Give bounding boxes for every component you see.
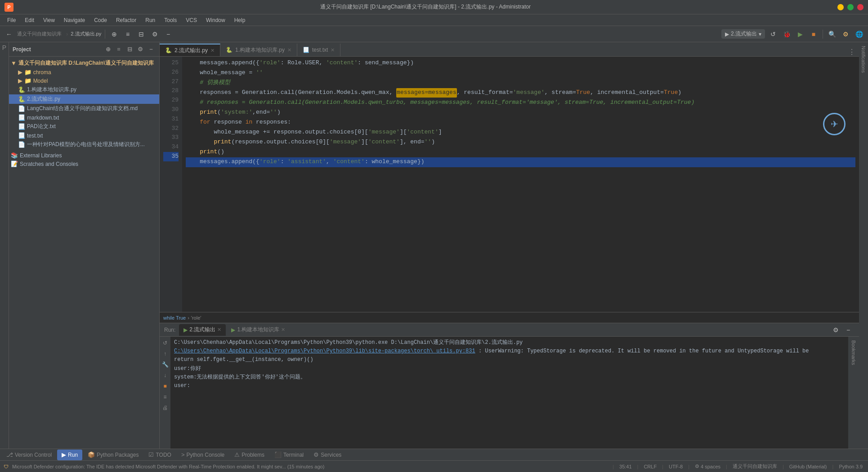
maximize-button[interactable] [847,4,854,10]
toolbar-add[interactable]: ⊕ [109,29,120,40]
run-restart[interactable]: ↺ [161,338,170,347]
menu-refactor[interactable]: Refactor [112,16,140,24]
tree-file5[interactable]: 📃 PAD论文.txt [9,122,159,131]
menu-run[interactable]: Run [142,16,159,24]
bottom-tab-problems[interactable]: ⚠ Problems [230,450,269,460]
indent-icon: ⚙ [695,463,699,469]
run-config[interactable]: ▶ 2.流式输出 ▾ [721,29,765,39]
run-print[interactable]: 🖨 [161,403,170,412]
floating-icon[interactable]: ✈ [823,113,846,135]
left-panel-icons: P [0,42,9,449]
tab-flowoutput[interactable]: 🐍 2.流式输出.py ✕ [160,44,220,56]
notifications-sidebar[interactable]: Notifications [859,42,868,449]
project-minimize[interactable]: − [147,45,156,54]
external-label: External Libraries [20,152,62,159]
menu-navigate[interactable]: Navigate [60,16,89,24]
bottom-tab-console[interactable]: > Python Console [177,450,229,460]
tree-scratches[interactable]: 📝 Scratches and Consoles [9,160,159,168]
toolbar-extra[interactable]: 🌐 [854,29,864,40]
toolbar-gear[interactable]: ⚙ [840,29,851,40]
status-lineending[interactable]: CRLF [642,464,658,469]
tabs-menu[interactable]: ⋮ [845,48,859,56]
tab2-close[interactable]: ✕ [287,47,291,53]
run-stop[interactable]: ■ [161,382,170,391]
run-settings[interactable]: ⚙ [830,325,841,335]
breadcrumb-file[interactable]: 2.流式输出.py [71,31,101,37]
project-settings[interactable]: ⚙ [136,45,145,54]
tab-test[interactable]: 📃 test.txt ✕ [297,44,340,56]
toolbar-stop[interactable]: ■ [808,29,819,40]
bottom-tab-vcs[interactable]: ⎇ Version Control [2,450,56,460]
run-tab-buildknowledge[interactable]: ▶ 1.构建本地知识库 ✕ [227,324,290,336]
bottom-tab-packages[interactable]: 📦 Python Packages [83,450,143,460]
menu-window[interactable]: Window [202,16,229,24]
code-line-34: print() [186,147,855,157]
toolbar-search[interactable]: 🔍 [827,29,837,40]
app-logo: P [4,3,13,12]
run-tab1-close[interactable]: ✕ [217,327,221,333]
run-down[interactable]: ↓ [161,371,170,380]
toolbar-close[interactable]: − [163,29,174,40]
project-icon[interactable]: P [2,44,6,51]
run-list[interactable]: ≡ [161,392,170,401]
tree-file2[interactable]: 🐍 2.流式输出.py [9,94,159,104]
bottom-tab-terminal[interactable]: ⬛ Terminal [270,450,308,460]
tree-model[interactable]: ▶ 📁 Model [9,76,159,85]
bottom-tab-todo[interactable]: ☑ TODO [144,450,175,460]
menu-code[interactable]: Code [90,16,111,24]
menu-edit[interactable]: Edit [21,16,38,24]
status-encoding[interactable]: UTF-8 [667,464,685,469]
tree-file3[interactable]: 📄 LangChain结合通义千问的自建知识库文档.md [9,104,159,113]
tree-external[interactable]: 📚 External Libraries [9,151,159,160]
toolbar-debug[interactable]: 🐞 [781,29,792,40]
menu-help[interactable]: Help [231,16,249,24]
tab3-close[interactable]: ✕ [331,47,335,53]
toolbar-refresh[interactable]: ↺ [768,29,779,40]
sep-status5: | [726,464,727,469]
menu-tools[interactable]: Tools [161,16,180,24]
line-numbers: 25 26 27 28 29 30 31 32 33 34 35 [160,57,182,312]
bottom-tab-services[interactable]: ⚙ Services [309,450,346,460]
tree-file7[interactable]: 📄 一种针对PAD模型的心电信号处理及情绪识别方... [9,140,159,149]
status-python[interactable]: Python 3.9 [837,464,864,469]
problems-label: Problems [242,452,264,458]
tab-buildknowledge[interactable]: 🐍 1.构建本地知识库.py ✕ [220,44,297,56]
toolbar-run-btn[interactable]: ▶ [795,29,805,40]
tree-file4[interactable]: 📃 markdown.txt [9,113,159,122]
tree-file1[interactable]: 🐍 1.构建本地知识库.py [9,85,159,94]
chroma-label: chroma [33,69,51,76]
run-tab2-close[interactable]: ✕ [281,327,285,333]
menu-view[interactable]: View [40,16,58,24]
tree-root[interactable]: ▼ 通义千问自建知识库 D:\LangChain\通义千问自建知识库 [9,58,159,68]
tab1-close[interactable]: ✕ [210,48,215,53]
project-expand[interactable]: ≡ [114,45,123,54]
sep-status3: | [662,464,663,469]
tree-chroma[interactable]: ▶ 📁 chroma [9,68,159,76]
run-wrench[interactable]: 🔧 [161,360,170,369]
run-tab-flowoutput[interactable]: ▶ 2.流式输出 ✕ [179,324,226,336]
toolbar-settings[interactable]: ⚙ [149,29,160,40]
toolbar-list[interactable]: ≡ [122,29,133,40]
tree-file6[interactable]: 📃 test.txt [9,131,159,140]
project-collapse[interactable]: ⊟ [125,45,134,54]
toolbar-back[interactable]: ← [4,29,14,40]
minimize-button[interactable] [837,4,844,10]
status-project[interactable]: 通义千问自建知识库 [731,463,779,470]
run-minimize[interactable]: − [843,325,854,335]
bottom-tab-run[interactable]: ▶ Run [57,450,82,460]
status-notification[interactable]: Microsoft Defender configuration: The ID… [12,464,609,469]
run-up[interactable]: ↑ [161,349,170,358]
status-branch[interactable]: GitHub (Material) [787,464,829,469]
status-position[interactable]: 35:41 [617,464,634,469]
doc-icon: 📄 [18,141,25,148]
breadcrumb-project[interactable]: 通义千问自建知识库 [17,31,62,37]
code-scroll[interactable]: messages.append({'role': Role.USER, 'con… [182,57,859,312]
menu-vcs[interactable]: VCS [182,16,201,24]
toolbar-split[interactable]: ⊟ [136,29,147,40]
run-link-1[interactable]: C:\Users\Chenhao\AppData\Local\Programs\… [174,348,475,354]
project-add[interactable]: ⊕ [103,45,112,54]
menu-file[interactable]: File [4,16,19,24]
breadcrumb-role: 'role' [191,315,201,321]
close-button[interactable] [857,4,864,10]
bookmark-icon[interactable]: Bookmarks [851,340,856,365]
